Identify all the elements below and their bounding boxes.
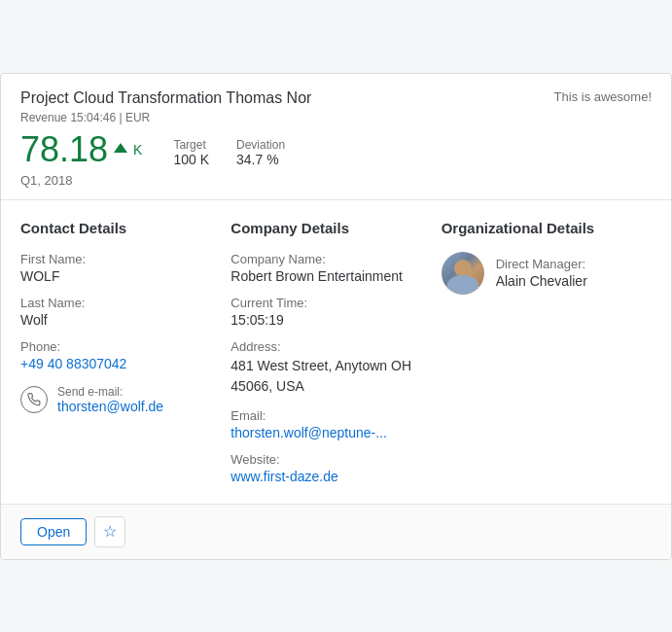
manager-info: Direct Manager: Alain Chevalier <box>496 257 587 289</box>
secondary-metrics: Target 100 K Deviation 34.7 % <box>173 138 285 167</box>
send-email-info: Send e-mail: thorsten@wolf.de <box>57 385 163 414</box>
first-name-label: First Name: <box>20 252 211 266</box>
company-section-title: Company Details <box>230 220 421 236</box>
main-value: 78.18 K <box>20 132 142 167</box>
last-name-label: Last Name: <box>20 296 211 310</box>
target-value: 100 K <box>173 152 209 167</box>
avatar-image <box>442 252 484 295</box>
company-email-link[interactable]: thorsten.wolf@neptune-... <box>230 425 387 440</box>
header-section: Project Cloud Transformation Thomas Nor … <box>1 74 671 200</box>
org-section-title: Organizational Details <box>442 220 632 236</box>
email-link[interactable]: thorsten@wolf.de <box>57 399 163 414</box>
header-top: Project Cloud Transformation Thomas Nor … <box>20 89 652 107</box>
last-name-value: Wolf <box>20 312 211 328</box>
avatar <box>442 252 484 295</box>
manager-label: Direct Manager: <box>496 257 587 271</box>
company-name-value: Robert Brown Entertainment <box>230 268 421 284</box>
manager-row: Direct Manager: Alain Chevalier <box>442 252 632 295</box>
star-icon: ☆ <box>103 522 117 541</box>
footer-section: Open ☆ <box>1 505 671 559</box>
deviation-value: 34.7 % <box>236 152 285 167</box>
current-time-value: 15:05:19 <box>230 312 421 328</box>
manager-name: Alain Chevalier <box>496 273 587 289</box>
phone-icon <box>20 386 48 413</box>
address-label: Address: <box>230 339 421 354</box>
quarter-label: Q1, 2018 <box>20 173 652 188</box>
phone-link[interactable]: +49 40 88307042 <box>20 356 211 371</box>
deviation-label: Deviation <box>236 138 285 152</box>
open-button[interactable]: Open <box>20 518 87 545</box>
target-metric: Target 100 K <box>173 138 209 167</box>
current-time-label: Current Time: <box>230 296 421 310</box>
deviation-metric: Deviation 34.7 % <box>236 138 285 167</box>
card-container: Project Cloud Transformation Thomas Nor … <box>0 73 672 560</box>
company-column: Company Details Company Name: Robert Bro… <box>230 220 441 484</box>
target-label: Target <box>173 138 209 152</box>
details-section: Contact Details First Name: WOLF Last Na… <box>1 200 671 505</box>
send-email-row: Send e-mail: thorsten@wolf.de <box>20 385 211 414</box>
send-email-label: Send e-mail: <box>57 385 163 399</box>
website-label: Website: <box>230 452 421 467</box>
trend-up-icon <box>114 143 127 153</box>
metrics-row: 78.18 K Target 100 K Deviation 34.7 % <box>20 132 652 167</box>
company-name-label: Company Name: <box>230 252 421 266</box>
phone-label: Phone: <box>20 339 211 354</box>
main-unit: K <box>133 142 142 158</box>
project-title: Project Cloud Transformation Thomas Nor <box>20 89 311 107</box>
website-link[interactable]: www.first-daze.de <box>230 469 337 484</box>
contact-column: Contact Details First Name: WOLF Last Na… <box>20 220 230 484</box>
revenue-label: Revenue 15:04:46 | EUR <box>20 111 652 124</box>
awesome-tag: This is awesome! <box>554 89 652 104</box>
contact-section-title: Contact Details <box>20 220 211 236</box>
main-number: 78.18 <box>20 132 108 167</box>
email-label: Email: <box>230 408 421 423</box>
address-value: 481 West Street, Anytown OH 45066, USA <box>230 356 421 397</box>
star-button[interactable]: ☆ <box>94 516 125 547</box>
org-column: Organizational Details Direct Manager: A… <box>442 220 652 484</box>
first-name-value: WOLF <box>20 268 211 284</box>
